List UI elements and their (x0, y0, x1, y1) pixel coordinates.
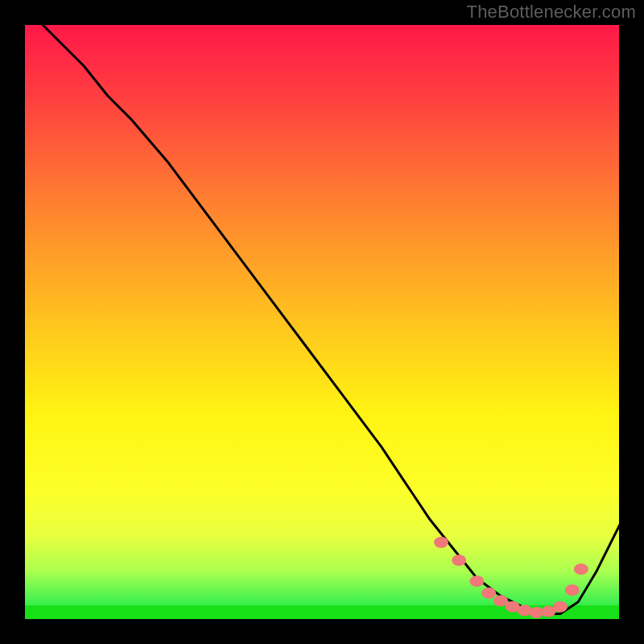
highlight-dot (452, 555, 466, 566)
highlight-dot (469, 576, 484, 587)
bottleneck-chart (0, 0, 644, 644)
highlight-dot (434, 537, 448, 548)
highlight-dot (493, 595, 508, 606)
watermark-text: TheBottleneсker.com (467, 2, 636, 23)
highlight-dot (565, 584, 580, 596)
highlight-dot (481, 588, 496, 599)
chart-frame: TheBottleneсker.com (0, 0, 644, 644)
plot-background (24, 24, 620, 620)
highlight-dot (574, 564, 588, 575)
highlight-dot (553, 601, 568, 613)
